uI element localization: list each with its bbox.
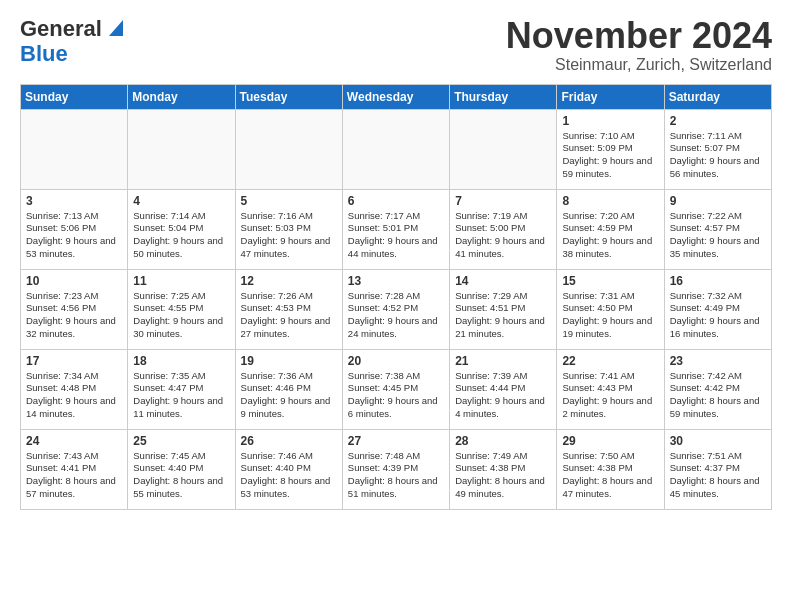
- cell-details: Sunrise: 7:48 AM Sunset: 4:39 PM Dayligh…: [348, 450, 444, 501]
- calendar-cell: 29Sunrise: 7:50 AM Sunset: 4:38 PM Dayli…: [557, 429, 664, 509]
- page-header: General Blue November 2024 Steinmaur, Zu…: [20, 16, 772, 74]
- day-number: 7: [455, 194, 551, 208]
- calendar-cell: 26Sunrise: 7:46 AM Sunset: 4:40 PM Dayli…: [235, 429, 342, 509]
- day-number: 3: [26, 194, 122, 208]
- cell-details: Sunrise: 7:31 AM Sunset: 4:50 PM Dayligh…: [562, 290, 658, 341]
- week-row-4: 17Sunrise: 7:34 AM Sunset: 4:48 PM Dayli…: [21, 349, 772, 429]
- logo-text-blue: Blue: [20, 41, 68, 66]
- logo: General Blue: [20, 16, 127, 66]
- calendar-table: SundayMondayTuesdayWednesdayThursdayFrid…: [20, 84, 772, 510]
- cell-details: Sunrise: 7:50 AM Sunset: 4:38 PM Dayligh…: [562, 450, 658, 501]
- calendar-cell: 14Sunrise: 7:29 AM Sunset: 4:51 PM Dayli…: [450, 269, 557, 349]
- cell-details: Sunrise: 7:25 AM Sunset: 4:55 PM Dayligh…: [133, 290, 229, 341]
- cell-details: Sunrise: 7:20 AM Sunset: 4:59 PM Dayligh…: [562, 210, 658, 261]
- month-title: November 2024: [506, 16, 772, 56]
- weekday-header-sunday: Sunday: [21, 84, 128, 109]
- calendar-cell: [450, 109, 557, 189]
- calendar-cell: 23Sunrise: 7:42 AM Sunset: 4:42 PM Dayli…: [664, 349, 771, 429]
- calendar-cell: 20Sunrise: 7:38 AM Sunset: 4:45 PM Dayli…: [342, 349, 449, 429]
- cell-details: Sunrise: 7:28 AM Sunset: 4:52 PM Dayligh…: [348, 290, 444, 341]
- cell-details: Sunrise: 7:13 AM Sunset: 5:06 PM Dayligh…: [26, 210, 122, 261]
- calendar-cell: 3Sunrise: 7:13 AM Sunset: 5:06 PM Daylig…: [21, 189, 128, 269]
- day-number: 8: [562, 194, 658, 208]
- calendar-cell: 16Sunrise: 7:32 AM Sunset: 4:49 PM Dayli…: [664, 269, 771, 349]
- week-row-3: 10Sunrise: 7:23 AM Sunset: 4:56 PM Dayli…: [21, 269, 772, 349]
- cell-details: Sunrise: 7:32 AM Sunset: 4:49 PM Dayligh…: [670, 290, 766, 341]
- cell-details: Sunrise: 7:46 AM Sunset: 4:40 PM Dayligh…: [241, 450, 337, 501]
- calendar-cell: 6Sunrise: 7:17 AM Sunset: 5:01 PM Daylig…: [342, 189, 449, 269]
- calendar-cell: [235, 109, 342, 189]
- calendar-cell: 2Sunrise: 7:11 AM Sunset: 5:07 PM Daylig…: [664, 109, 771, 189]
- calendar-cell: 9Sunrise: 7:22 AM Sunset: 4:57 PM Daylig…: [664, 189, 771, 269]
- day-number: 22: [562, 354, 658, 368]
- calendar-cell: 12Sunrise: 7:26 AM Sunset: 4:53 PM Dayli…: [235, 269, 342, 349]
- calendar-cell: [21, 109, 128, 189]
- week-row-5: 24Sunrise: 7:43 AM Sunset: 4:41 PM Dayli…: [21, 429, 772, 509]
- logo-triangle-icon: [105, 16, 127, 38]
- cell-details: Sunrise: 7:42 AM Sunset: 4:42 PM Dayligh…: [670, 370, 766, 421]
- calendar-cell: 13Sunrise: 7:28 AM Sunset: 4:52 PM Dayli…: [342, 269, 449, 349]
- calendar-cell: 27Sunrise: 7:48 AM Sunset: 4:39 PM Dayli…: [342, 429, 449, 509]
- cell-details: Sunrise: 7:39 AM Sunset: 4:44 PM Dayligh…: [455, 370, 551, 421]
- cell-details: Sunrise: 7:45 AM Sunset: 4:40 PM Dayligh…: [133, 450, 229, 501]
- cell-details: Sunrise: 7:38 AM Sunset: 4:45 PM Dayligh…: [348, 370, 444, 421]
- calendar-cell: [128, 109, 235, 189]
- cell-details: Sunrise: 7:41 AM Sunset: 4:43 PM Dayligh…: [562, 370, 658, 421]
- svg-marker-0: [109, 20, 123, 36]
- title-block: November 2024 Steinmaur, Zurich, Switzer…: [506, 16, 772, 74]
- day-number: 17: [26, 354, 122, 368]
- day-number: 27: [348, 434, 444, 448]
- weekday-header-friday: Friday: [557, 84, 664, 109]
- weekday-header-monday: Monday: [128, 84, 235, 109]
- cell-details: Sunrise: 7:29 AM Sunset: 4:51 PM Dayligh…: [455, 290, 551, 341]
- cell-details: Sunrise: 7:10 AM Sunset: 5:09 PM Dayligh…: [562, 130, 658, 181]
- week-row-1: 1Sunrise: 7:10 AM Sunset: 5:09 PM Daylig…: [21, 109, 772, 189]
- cell-details: Sunrise: 7:22 AM Sunset: 4:57 PM Dayligh…: [670, 210, 766, 261]
- cell-details: Sunrise: 7:19 AM Sunset: 5:00 PM Dayligh…: [455, 210, 551, 261]
- cell-details: Sunrise: 7:43 AM Sunset: 4:41 PM Dayligh…: [26, 450, 122, 501]
- day-number: 5: [241, 194, 337, 208]
- cell-details: Sunrise: 7:51 AM Sunset: 4:37 PM Dayligh…: [670, 450, 766, 501]
- calendar-cell: 21Sunrise: 7:39 AM Sunset: 4:44 PM Dayli…: [450, 349, 557, 429]
- calendar-cell: 17Sunrise: 7:34 AM Sunset: 4:48 PM Dayli…: [21, 349, 128, 429]
- weekday-header-tuesday: Tuesday: [235, 84, 342, 109]
- calendar-cell: 15Sunrise: 7:31 AM Sunset: 4:50 PM Dayli…: [557, 269, 664, 349]
- calendar-cell: 7Sunrise: 7:19 AM Sunset: 5:00 PM Daylig…: [450, 189, 557, 269]
- calendar-cell: 28Sunrise: 7:49 AM Sunset: 4:38 PM Dayli…: [450, 429, 557, 509]
- cell-details: Sunrise: 7:36 AM Sunset: 4:46 PM Dayligh…: [241, 370, 337, 421]
- day-number: 25: [133, 434, 229, 448]
- day-number: 16: [670, 274, 766, 288]
- day-number: 15: [562, 274, 658, 288]
- weekday-header-thursday: Thursday: [450, 84, 557, 109]
- day-number: 28: [455, 434, 551, 448]
- weekday-header-wednesday: Wednesday: [342, 84, 449, 109]
- day-number: 9: [670, 194, 766, 208]
- calendar-cell: 5Sunrise: 7:16 AM Sunset: 5:03 PM Daylig…: [235, 189, 342, 269]
- day-number: 29: [562, 434, 658, 448]
- day-number: 11: [133, 274, 229, 288]
- day-number: 21: [455, 354, 551, 368]
- cell-details: Sunrise: 7:26 AM Sunset: 4:53 PM Dayligh…: [241, 290, 337, 341]
- calendar-cell: 19Sunrise: 7:36 AM Sunset: 4:46 PM Dayli…: [235, 349, 342, 429]
- day-number: 24: [26, 434, 122, 448]
- day-number: 12: [241, 274, 337, 288]
- cell-details: Sunrise: 7:14 AM Sunset: 5:04 PM Dayligh…: [133, 210, 229, 261]
- location-subtitle: Steinmaur, Zurich, Switzerland: [506, 56, 772, 74]
- day-number: 2: [670, 114, 766, 128]
- calendar-cell: 22Sunrise: 7:41 AM Sunset: 4:43 PM Dayli…: [557, 349, 664, 429]
- day-number: 14: [455, 274, 551, 288]
- day-number: 13: [348, 274, 444, 288]
- cell-details: Sunrise: 7:17 AM Sunset: 5:01 PM Dayligh…: [348, 210, 444, 261]
- day-number: 26: [241, 434, 337, 448]
- calendar-cell: [342, 109, 449, 189]
- weekday-header-row: SundayMondayTuesdayWednesdayThursdayFrid…: [21, 84, 772, 109]
- cell-details: Sunrise: 7:11 AM Sunset: 5:07 PM Dayligh…: [670, 130, 766, 181]
- cell-details: Sunrise: 7:16 AM Sunset: 5:03 PM Dayligh…: [241, 210, 337, 261]
- calendar-cell: 25Sunrise: 7:45 AM Sunset: 4:40 PM Dayli…: [128, 429, 235, 509]
- calendar-cell: 11Sunrise: 7:25 AM Sunset: 4:55 PM Dayli…: [128, 269, 235, 349]
- day-number: 23: [670, 354, 766, 368]
- week-row-2: 3Sunrise: 7:13 AM Sunset: 5:06 PM Daylig…: [21, 189, 772, 269]
- calendar-cell: 8Sunrise: 7:20 AM Sunset: 4:59 PM Daylig…: [557, 189, 664, 269]
- day-number: 19: [241, 354, 337, 368]
- day-number: 1: [562, 114, 658, 128]
